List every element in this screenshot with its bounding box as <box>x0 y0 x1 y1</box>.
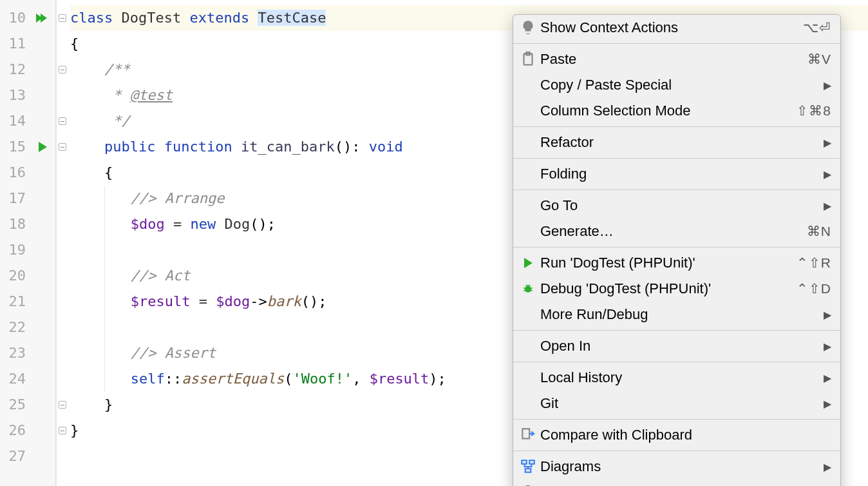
args: () <box>335 139 352 155</box>
menu-shortcut: ⌃⇧R <box>797 255 831 271</box>
chevron-right-icon: ▶ <box>824 461 831 473</box>
context-menu: Show Context Actions ⌥⏎ Paste ⌘V Copy / … <box>513 14 841 486</box>
brace: } <box>70 422 79 438</box>
menu-separator <box>513 419 840 420</box>
menu-shortcut: ⌥⏎ <box>803 20 831 35</box>
menu-label: Compare with Clipboard <box>540 427 831 443</box>
line-number: 26 <box>0 418 26 443</box>
menu-copy-paste-special[interactable]: Copy / Paste Special ▶ <box>513 72 840 98</box>
menu-generate[interactable]: Generate… ⌘N <box>513 219 840 244</box>
menu-run-test[interactable]: Run 'DogTest (PHPUnit)' ⌃⇧R <box>513 250 840 276</box>
var-dog: $dog <box>216 293 250 309</box>
doc-tag-test: @test <box>130 87 173 103</box>
menu-shortcut: ⇧⌘8 <box>797 103 831 119</box>
gutter: 10 11 12 13 14 15 16 17 18 19 20 21 22 2… <box>0 0 56 486</box>
run-all-icon[interactable] <box>30 5 55 31</box>
menu-refactor[interactable]: Refactor ▶ <box>513 130 840 155</box>
menu-show-context-actions[interactable]: Show Context Actions ⌥⏎ <box>513 15 840 41</box>
menu-column-selection[interactable]: Column Selection Mode ⇧⌘8 <box>513 98 840 124</box>
brace: { <box>70 35 79 52</box>
method-bark: bark <box>267 293 301 309</box>
menu-label: Open In <box>540 338 818 355</box>
chevron-right-icon: ▶ <box>824 340 831 353</box>
menu-label: Debug 'DogTest (PHPUnit)' <box>540 280 797 297</box>
fold-toggle[interactable] <box>57 57 68 83</box>
line-number: 25 <box>0 392 26 418</box>
fold-gutter <box>56 0 68 486</box>
var-dog: $dog <box>131 216 165 232</box>
keyword-extends: extends <box>189 10 249 26</box>
fold-toggle[interactable] <box>57 134 68 160</box>
menu-shortcut: ⌃⇧D <box>797 281 831 296</box>
menu-goto[interactable]: Go To ▶ <box>513 193 840 219</box>
string-woof: 'Woof!' <box>292 371 352 387</box>
line-number: 23 <box>0 340 26 366</box>
fold-toggle[interactable] <box>57 5 68 31</box>
chevron-right-icon: ▶ <box>824 200 831 212</box>
compare-icon <box>520 427 536 443</box>
line-number: 24 <box>0 366 26 392</box>
menu-folding[interactable]: Folding ▶ <box>513 161 840 187</box>
menu-separator <box>513 126 840 127</box>
keyword-function: function <box>164 139 232 155</box>
line-number: 10 <box>0 5 26 31</box>
menu-label: Go To <box>540 197 818 214</box>
keyword-new: new <box>190 216 216 232</box>
menu-local-history[interactable]: Local History ▶ <box>513 365 840 391</box>
line-number: 14 <box>0 108 26 134</box>
menu-label: Column Selection Mode <box>540 102 797 119</box>
run-gutter <box>30 0 55 486</box>
menu-label: Git <box>540 395 818 412</box>
clipboard-icon <box>520 51 536 68</box>
var-result: $result <box>370 371 429 387</box>
class-dog: Dog <box>224 216 250 232</box>
menu-label: Diagrams <box>540 458 818 475</box>
menu-separator <box>513 362 840 362</box>
menu-label: Paste <box>540 51 807 68</box>
menu-open-in[interactable]: Open In ▶ <box>513 333 840 359</box>
line-number: 16 <box>0 160 26 186</box>
debug-icon <box>520 282 536 295</box>
doc-comment-start: /** <box>104 61 130 77</box>
fold-toggle[interactable] <box>57 108 68 134</box>
comment-assert: //> Assert <box>131 345 216 361</box>
brace: } <box>104 396 113 413</box>
menu-label: More Run/Debug <box>540 306 818 323</box>
brace: { <box>104 164 113 180</box>
menu-label: Show Context Actions <box>540 19 803 36</box>
menu-label: Local History <box>540 369 818 386</box>
class-name: DogTest <box>121 10 181 26</box>
run-test-icon[interactable] <box>30 134 55 160</box>
fold-toggle[interactable] <box>57 392 68 418</box>
return-type: void <box>369 139 403 155</box>
run-icon <box>520 258 536 268</box>
menu-separator <box>513 330 840 331</box>
menu-compare-clipboard[interactable]: Compare with Clipboard <box>513 422 840 448</box>
fold-toggle[interactable] <box>57 418 68 443</box>
keyword-self: self <box>131 371 165 387</box>
menu-more-run-debug[interactable]: More Run/Debug ▶ <box>513 302 840 327</box>
line-number: 22 <box>0 315 26 340</box>
line-number: 20 <box>0 263 26 289</box>
svg-rect-5 <box>529 460 534 463</box>
line-number: 21 <box>0 289 26 315</box>
menu-diagrams[interactable]: Diagrams ▶ <box>513 454 840 480</box>
menu-create-gist[interactable]: Create Gist… <box>513 480 840 486</box>
chevron-right-icon: ▶ <box>824 372 831 384</box>
menu-debug-test[interactable]: Debug 'DogTest (PHPUnit)' ⌃⇧D <box>513 276 840 302</box>
line-number: 19 <box>0 237 26 263</box>
svg-rect-6 <box>525 469 531 472</box>
menu-shortcut: ⌘N <box>807 224 831 239</box>
menu-paste[interactable]: Paste ⌘V <box>513 46 840 72</box>
line-number: 18 <box>0 211 26 237</box>
comment-arrange: //> Arrange <box>131 190 225 206</box>
diagram-icon <box>520 458 536 475</box>
menu-git[interactable]: Git ▶ <box>513 391 840 416</box>
line-number: 17 <box>0 186 26 211</box>
keyword-class: class <box>70 10 113 26</box>
chevron-right-icon: ▶ <box>824 168 831 180</box>
menu-separator <box>513 190 840 190</box>
line-number: 12 <box>0 57 26 83</box>
svg-rect-4 <box>522 460 527 463</box>
comment-act: //> Act <box>131 267 191 284</box>
